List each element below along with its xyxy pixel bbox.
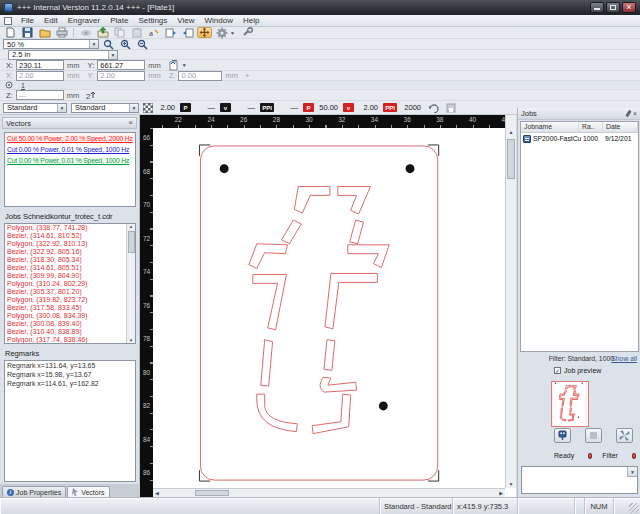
vector-item[interactable]: Polygon, (310.24, 802.29) <box>5 280 126 288</box>
menu-settings[interactable]: Settings <box>133 16 172 25</box>
vector-item[interactable]: Polygon, (322.92, 810.13) <box>5 240 126 248</box>
tab-vectors[interactable]: Vectors <box>67 486 109 497</box>
chevron-down-icon[interactable]: ▼ <box>129 104 138 112</box>
vector-item[interactable]: Bezier, (314.61, 805.51) <box>5 264 126 272</box>
tab-job-properties[interactable]: i Job Properties <box>2 486 66 497</box>
menu-edit[interactable]: Edit <box>39 16 63 25</box>
pos-x-field[interactable]: 230.11 <box>16 60 64 70</box>
zoom-tool-icon[interactable] <box>101 39 116 50</box>
exhaust-button[interactable] <box>616 428 633 443</box>
show-all-link[interactable]: Show all <box>611 355 637 362</box>
vector-item[interactable]: Polygon, (319.82, 823.72) <box>5 296 126 304</box>
scroll-up-icon[interactable]: ▲ <box>506 129 516 135</box>
zoom-in-icon[interactable] <box>118 39 133 50</box>
import-icon[interactable] <box>95 27 110 38</box>
canvas-horizontal-scrollbar[interactable]: ◀ ▶ <box>153 488 505 497</box>
move-to-plate-icon[interactable] <box>163 27 178 38</box>
copy-icon[interactable] <box>112 27 127 38</box>
vector-item[interactable]: Polygon, (317.74, 838.46) <box>5 336 126 344</box>
zoom-out-icon[interactable] <box>135 39 150 50</box>
preview-icon[interactable] <box>78 27 93 38</box>
regmark-item[interactable]: Regmark x=131.64, y=13.65 <box>5 361 135 370</box>
vector-item[interactable]: Bezier, (314.61, 810.52) <box>5 232 126 240</box>
regmark-item[interactable]: Regmark x=15.98, y=13.67 <box>5 370 135 379</box>
position-tool-icon[interactable] <box>197 27 212 38</box>
vector-item[interactable]: Bezier, (318.30, 805.34) <box>5 256 126 264</box>
text-edit-icon[interactable]: a <box>146 27 161 38</box>
lens-select[interactable]: 2.5 in ▼ <box>8 50 118 60</box>
scroll-left-icon[interactable]: ◀ <box>155 490 159 496</box>
one-to-one-icon[interactable]: 1 <box>17 81 29 89</box>
resize-grip[interactable] <box>629 503 639 513</box>
chevron-down-icon[interactable]: ▼ <box>89 40 98 48</box>
rotate-caret-icon[interactable]: ▼ <box>182 62 187 68</box>
menu-help[interactable]: Help <box>238 16 264 25</box>
menu-engraver[interactable]: Engraver <box>63 16 105 25</box>
chevron-down-icon[interactable]: ▼ <box>627 467 637 477</box>
jobs-table[interactable]: Jobname Ra.. Date SP2000-FastCut.cdr 100… <box>520 121 639 352</box>
halftone-icon[interactable] <box>141 102 154 113</box>
column-date[interactable]: Date <box>603 122 638 132</box>
save-icon[interactable] <box>20 27 35 38</box>
z-field[interactable]: --- <box>16 90 64 100</box>
vector-item[interactable]: Polygon, (338.77, 741.28) <box>5 224 126 232</box>
scrollbar-thumb[interactable] <box>195 490 229 496</box>
zoom-select[interactable]: 50 % ▼ <box>3 39 99 49</box>
save-material-icon[interactable] <box>443 102 458 113</box>
settings-caret-icon[interactable]: ▼ <box>230 30 235 36</box>
pos-y-field[interactable]: 661.27 <box>97 60 145 70</box>
scroll-up-icon[interactable]: ▲ <box>129 224 133 229</box>
menu-plate[interactable]: Plate <box>105 16 133 25</box>
move-from-plate-icon[interactable] <box>180 27 195 38</box>
open-folder-icon[interactable] <box>37 27 52 38</box>
scroll-right-icon[interactable]: ▶ <box>499 490 503 496</box>
vector-item[interactable]: Polygon, (300.08, 834.39) <box>5 312 126 320</box>
job-preview-checkbox[interactable]: ✓ <box>554 367 561 374</box>
settings-gear-icon[interactable] <box>214 27 229 38</box>
param-line-cut-green[interactable]: Cut 0.00 % Power, 0.01 % Speed, 1000 Hz <box>5 155 135 166</box>
param-line-cut-blue[interactable]: Cut 0.00 % Power, 0.01 % Speed, 1000 Hz <box>5 144 135 155</box>
material-template-select[interactable]: Standard ▼ <box>71 103 139 113</box>
expand-icon[interactable]: + <box>245 71 250 80</box>
scroll-down-icon[interactable]: ▼ <box>506 481 516 487</box>
close-icon[interactable]: × <box>633 110 637 117</box>
param-list[interactable]: Cut 50.00 % Power, 2.00 % Speed, 2000 Hz… <box>4 132 136 207</box>
plugin-icon[interactable] <box>241 27 256 38</box>
material-group-select[interactable]: Standard ▼ <box>3 103 67 113</box>
pin-icon[interactable] <box>625 110 631 117</box>
menu-file[interactable]: File <box>16 16 39 25</box>
minimize-button[interactable] <box>590 2 604 13</box>
job-row[interactable]: SP2000-FastCut.cdr 1000 9/12/201 <box>521 133 638 144</box>
close-button[interactable] <box>622 2 636 13</box>
rotate-plate-icon[interactable] <box>166 60 181 71</box>
vector-item[interactable]: Bezier, (317.58, 833.45) <box>5 304 126 312</box>
menu-window[interactable]: Window <box>200 16 238 25</box>
regmark-list[interactable]: Regmark x=131.64, y=13.65 Regmark x=15.9… <box>4 360 136 482</box>
maximize-button[interactable] <box>606 2 620 13</box>
new-file-icon[interactable] <box>3 27 18 38</box>
focus-z-icon[interactable]: 2 <box>84 90 98 101</box>
job-preview-thumbnail[interactable] <box>551 381 589 427</box>
vector-item[interactable]: Bezier, (310.40, 838.89) <box>5 328 126 336</box>
scrollbar-thumb[interactable] <box>507 139 515 179</box>
scroll-down-icon[interactable]: ▼ <box>129 338 133 343</box>
scrollbar-thumb[interactable] <box>128 231 135 253</box>
vector-list-scrollbar[interactable]: ▲ ▼ <box>126 224 135 343</box>
chevron-down-icon[interactable]: ▼ <box>57 104 66 112</box>
child-window-icon[interactable] <box>4 17 12 25</box>
regmark-item[interactable]: Regmark x=114.61, y=162.82 <box>5 379 135 388</box>
print-icon[interactable] <box>54 27 69 38</box>
vector-list[interactable]: Polygon, (338.77, 741.28) Bezier, (314.6… <box>4 223 136 344</box>
vector-item[interactable]: Bezier, (305.37, 801.20) <box>5 288 126 296</box>
close-icon[interactable]: × <box>128 119 133 127</box>
plate-drawing[interactable] <box>185 141 465 487</box>
param-line-cut-red[interactable]: Cut 50.00 % Power, 2.00 % Speed, 2000 Hz <box>5 133 135 144</box>
stop-button[interactable] <box>585 428 602 443</box>
wysiwyg-icon[interactable] <box>3 81 15 89</box>
column-jobname[interactable]: Jobname <box>521 122 579 132</box>
vector-item[interactable]: Bezier, (322.92, 805.16) <box>5 248 126 256</box>
vector-item[interactable]: Bezier, (309.99, 804.90) <box>5 272 126 280</box>
canvas-vertical-scrollbar[interactable]: ▲ ▼ <box>505 115 516 488</box>
vector-item[interactable]: Bezier, (300.08, 839.40) <box>5 320 126 328</box>
menu-view[interactable]: View <box>172 16 199 25</box>
